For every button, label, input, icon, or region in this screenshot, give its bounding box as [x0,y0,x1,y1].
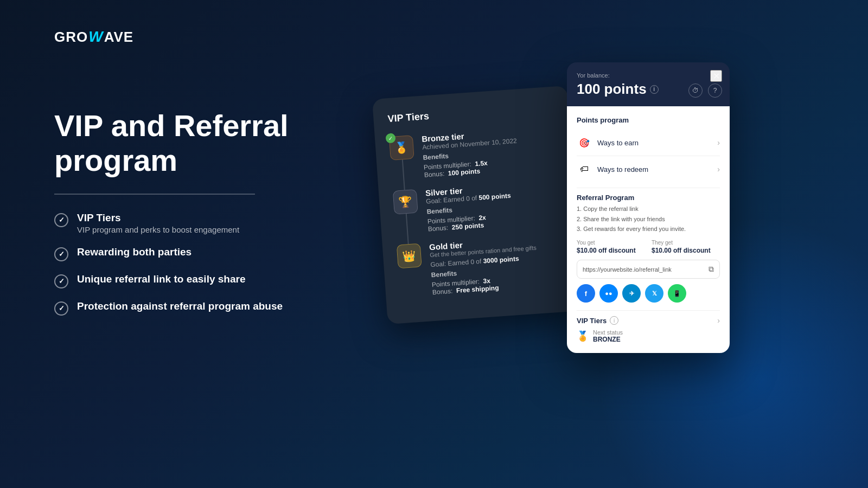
help-icon[interactable]: ? [708,84,722,98]
header-icons: ⏱ ? [688,84,722,98]
tier-silver: 🏆 Silver tier Goal: Earned 0 of 500 poin… [393,179,563,235]
widget-body: Points program 🎯 Ways to earn › 🏷 Ways t… [567,106,730,353]
feature-title-vip: VIP Tiers [77,212,239,224]
social-buttons: f ●● ✈ 𝕏 📱 [577,284,720,303]
ways-to-redeem-item[interactable]: 🏷 Ways to redeem › [577,156,720,182]
vip-status-icon: 🏅 [577,330,589,342]
you-get-label: You get [577,240,645,246]
vip-section-title: VIP Tiers [577,317,607,325]
referral-title: Referral Program [577,194,720,202]
separator-1 [577,188,720,188]
they-get-label: They get [652,240,720,246]
vip-card: VIP Tiers 🏅 ✓ Bronze tier Achieved on No… [372,86,583,324]
earn-icon: 🎯 [577,135,592,150]
tier-bronze: 🏅 ✓ Bronze tier Achieved on November 10,… [389,125,559,181]
feature-subtitle-vip: VIP program and perks to boost engagemen… [77,225,239,234]
twitter-share-button[interactable]: 𝕏 [645,284,663,303]
check-icon-vip [54,213,68,227]
earn-label: Ways to earn [597,139,639,147]
referral-link-text: https://yourwebsite.io/referral_link [583,266,705,273]
vip-section-header: VIP Tiers i › [577,316,720,325]
feature-item-vip-tiers: VIP Tiers VIP program and perks to boost… [54,212,369,234]
title-divider [54,194,255,195]
vip-arrow[interactable]: › [717,316,720,325]
referral-section: Referral Program 1. Copy the referral li… [577,194,720,303]
logo-wave: W [88,28,103,46]
you-get-box: You get $10.00 off discount [577,240,645,254]
left-content: VIP and Referral program VIP Tiers VIP p… [54,108,369,316]
points-program-title: Points program [577,116,720,124]
referral-link-box: https://yourwebsite.io/referral_link ⧉ [577,260,720,279]
feature-item-protection: Protection against referral program abus… [54,300,369,316]
redeem-arrow: › [717,165,720,174]
whatsapp-share-button[interactable]: 📱 [668,284,686,303]
vip-next-label: Next status [593,329,623,336]
feature-item-referral: Unique referral link to easily share [54,273,369,288]
referral-steps: 1. Copy the referral link 2. Share the l… [577,204,720,234]
earn-arrow: › [717,138,720,147]
messenger-share-button[interactable]: ●● [599,284,618,303]
feature-title-rewarding: Rewarding both parties [77,246,192,258]
separator-2 [577,310,720,311]
ways-to-earn-item[interactable]: 🎯 Ways to earn › [577,130,720,156]
main-title: VIP and Referral program [54,108,369,178]
you-get-value: $10.00 off discount [577,247,645,254]
vip-next-value: BRONZE [593,336,623,343]
tier-gold: 👑 Gold tier Get the better points ration… [397,233,567,298]
vip-next-status: 🏅 Next status BRONZE [577,329,720,343]
feature-item-rewarding: Rewarding both parties [54,246,369,261]
feature-title-protection: Protection against referral program abus… [77,300,283,312]
logo-ave: AVE [104,29,134,45]
close-button[interactable]: ✕ [710,70,722,82]
tier-icon-silver: 🏆 [393,189,418,215]
redeem-icon: 🏷 [577,162,592,177]
tier-icon-gold: 👑 [397,243,422,269]
vip-info-icon[interactable]: i [610,316,618,325]
check-icon-rewarding [54,247,68,261]
balance-label: Yor balance: [577,72,720,79]
redeem-label: Ways to redeem [597,165,648,174]
vip-card-container: VIP Tiers 🏅 ✓ Bronze tier Achieved on No… [380,92,575,318]
widget-card: ✕ Yor balance: 100 points i ⏱ ? Points p… [567,62,730,353]
referral-rewards: You get $10.00 off discount They get $10… [577,240,720,254]
balance-info-icon[interactable]: i [650,85,659,94]
facebook-share-button[interactable]: f [577,284,595,303]
feature-title-referral: Unique referral link to easily share [77,273,245,285]
widget-header: ✕ Yor balance: 100 points i ⏱ ? [567,62,730,106]
features-list: VIP Tiers VIP program and perks to boost… [54,212,369,316]
vip-tiers-section: VIP Tiers i › 🏅 Next status BRONZE [577,316,720,343]
logo: GROWAVE [54,28,133,46]
they-get-value: $10.00 off discount [652,247,720,254]
logo-text: GROWAVE [54,28,133,46]
history-icon[interactable]: ⏱ [688,84,703,98]
check-icon-referral [54,274,68,288]
check-icon-protection [54,301,68,316]
telegram-share-button[interactable]: ✈ [622,284,641,303]
logo-gro: GRO [54,29,88,45]
they-get-box: They get $10.00 off discount [652,240,720,254]
copy-button[interactable]: ⧉ [709,265,714,274]
vip-card-title: VIP Tiers [387,102,555,125]
